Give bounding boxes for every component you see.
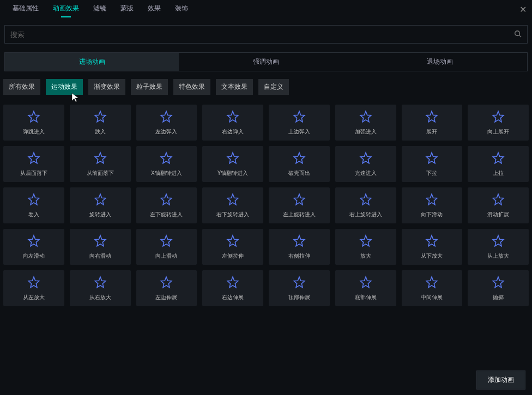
- star-icon: [225, 192, 240, 208]
- effect-cell-1[interactable]: 跌入: [70, 105, 131, 141]
- filter-chip-3[interactable]: 粒子效果: [131, 79, 168, 95]
- star-icon: [491, 110, 506, 125]
- top-tab-0[interactable]: 基础属性: [5, 1, 46, 16]
- effect-cell-36[interactable]: 顶部伸展: [269, 270, 330, 306]
- filter-chip-6[interactable]: 自定义: [258, 79, 289, 95]
- filter-chip-2[interactable]: 渐变效果: [88, 79, 125, 95]
- effect-cell-38[interactable]: 中间伸展: [402, 270, 463, 306]
- effect-cell-12[interactable]: 破壳而出: [269, 146, 330, 182]
- effect-label: 右上旋转进入: [349, 211, 382, 218]
- effect-cell-14[interactable]: 下拉: [402, 146, 463, 182]
- effect-cell-25[interactable]: 向右滑动: [70, 229, 131, 265]
- effect-cell-34[interactable]: 左边伸展: [136, 270, 197, 306]
- star-icon: [292, 151, 307, 166]
- star-icon: [491, 192, 506, 208]
- star-icon: [26, 234, 41, 249]
- star-icon: [159, 110, 174, 125]
- effect-cell-26[interactable]: 向上滑动: [136, 229, 197, 265]
- anim-type-0[interactable]: 进场动画: [5, 53, 179, 71]
- effect-cell-20[interactable]: 左上旋转进入: [269, 187, 330, 223]
- effect-cell-0[interactable]: 弹跳进入: [3, 105, 64, 141]
- effect-cell-28[interactable]: 右侧拉伸: [269, 229, 330, 265]
- effect-cell-10[interactable]: X轴翻转进入: [136, 146, 197, 182]
- star-icon: [424, 275, 439, 290]
- effect-cell-5[interactable]: 加强进入: [335, 105, 396, 141]
- effect-label: 左边弹入: [155, 128, 177, 136]
- effect-cell-16[interactable]: 卷入: [3, 187, 64, 223]
- effect-cell-37[interactable]: 底部伸展: [335, 270, 396, 306]
- top-tab-1[interactable]: 动画效果: [46, 1, 86, 16]
- effect-label: 向上展开: [487, 128, 509, 136]
- effect-cell-7[interactable]: 向上展开: [468, 105, 529, 141]
- effect-cell-30[interactable]: 从下放大: [402, 229, 463, 265]
- effect-label: 向右滑动: [89, 252, 111, 260]
- star-icon: [225, 275, 240, 290]
- effect-cell-17[interactable]: 旋转进入: [70, 187, 131, 223]
- effect-label: 从上放大: [487, 252, 509, 260]
- effect-label: 左侧拉伸: [222, 252, 244, 260]
- close-icon[interactable]: ✕: [519, 4, 527, 15]
- star-icon: [424, 151, 439, 166]
- add-animation-button[interactable]: 添加动画: [476, 370, 525, 390]
- effect-cell-31[interactable]: 从上放大: [468, 229, 529, 265]
- effect-label: 光速进入: [355, 169, 377, 177]
- effect-label: 跌入: [95, 128, 106, 136]
- star-icon: [358, 192, 373, 208]
- effect-cell-35[interactable]: 右边伸展: [202, 270, 263, 306]
- effect-cell-18[interactable]: 左下旋转进入: [136, 187, 197, 223]
- effect-cell-27[interactable]: 左侧拉伸: [202, 229, 263, 265]
- effect-cell-22[interactable]: 向下滑动: [402, 187, 463, 223]
- effect-cell-13[interactable]: 光速进入: [335, 146, 396, 182]
- star-icon: [159, 275, 174, 290]
- effect-cell-24[interactable]: 向左滑动: [3, 229, 64, 265]
- effect-label: 从后面落下: [20, 169, 47, 177]
- effect-label: X轴翻转进入: [151, 169, 182, 177]
- search-input[interactable]: [10, 31, 514, 39]
- effect-label: 旋转进入: [89, 211, 111, 218]
- effect-cell-8[interactable]: 从后面落下: [3, 146, 64, 182]
- effect-cell-33[interactable]: 从右放大: [70, 270, 131, 306]
- effect-cell-19[interactable]: 右下旋转进入: [202, 187, 263, 223]
- effect-label: 上拉: [493, 169, 504, 177]
- effect-label: 右下旋转进入: [216, 211, 249, 218]
- star-icon: [26, 275, 41, 290]
- star-icon: [424, 192, 439, 208]
- star-icon: [292, 234, 307, 249]
- anim-type-2[interactable]: 退场动画: [353, 53, 527, 71]
- star-icon: [491, 234, 506, 249]
- star-icon: [93, 151, 108, 166]
- effect-label: 从前面落下: [87, 169, 114, 177]
- filter-chip-5[interactable]: 文本效果: [216, 79, 253, 95]
- effect-label: 从左放大: [23, 294, 45, 301]
- top-tab-3[interactable]: 蒙版: [113, 1, 141, 16]
- effect-cell-6[interactable]: 展开: [402, 105, 463, 141]
- effect-cell-21[interactable]: 右上旋转进入: [335, 187, 396, 223]
- effect-cell-29[interactable]: 放大: [335, 229, 396, 265]
- effect-label: 加强进入: [355, 128, 377, 136]
- top-tab-5[interactable]: 装饰: [168, 1, 195, 16]
- effect-cell-23[interactable]: 滑动扩展: [468, 187, 529, 223]
- effect-label: 底部伸展: [355, 294, 377, 301]
- effect-cell-2[interactable]: 左边弹入: [136, 105, 197, 141]
- effect-cell-4[interactable]: 上边弹入: [269, 105, 330, 141]
- filter-chip-0[interactable]: 所有效果: [3, 79, 40, 95]
- filter-chip-1[interactable]: 运动效果: [46, 79, 83, 95]
- effect-label: 中间伸展: [421, 294, 443, 301]
- effect-cell-9[interactable]: 从前面落下: [70, 146, 131, 182]
- effect-label: 向下滑动: [421, 211, 443, 218]
- effect-cell-3[interactable]: 右边弹入: [202, 105, 263, 141]
- search-icon[interactable]: [514, 30, 522, 39]
- anim-type-1[interactable]: 强调动画: [179, 53, 353, 71]
- effect-cell-15[interactable]: 上拉: [468, 146, 529, 182]
- star-icon: [424, 110, 439, 125]
- top-tab-2[interactable]: 滤镜: [86, 1, 113, 16]
- effects-grid: 弹跳进入跌入左边弹入右边弹入上边弹入加强进入展开向上展开从后面落下从前面落下X轴…: [3, 105, 529, 306]
- filter-chip-4[interactable]: 特色效果: [173, 79, 210, 95]
- star-icon: [26, 192, 41, 208]
- effect-label: 放大: [360, 252, 371, 260]
- effect-cell-32[interactable]: 从左放大: [3, 270, 64, 306]
- effect-cell-39[interactable]: 抛掷: [468, 270, 529, 306]
- star-icon: [93, 110, 108, 125]
- effect-cell-11[interactable]: Y轴翻转进入: [202, 146, 263, 182]
- top-tab-4[interactable]: 效果: [141, 1, 168, 16]
